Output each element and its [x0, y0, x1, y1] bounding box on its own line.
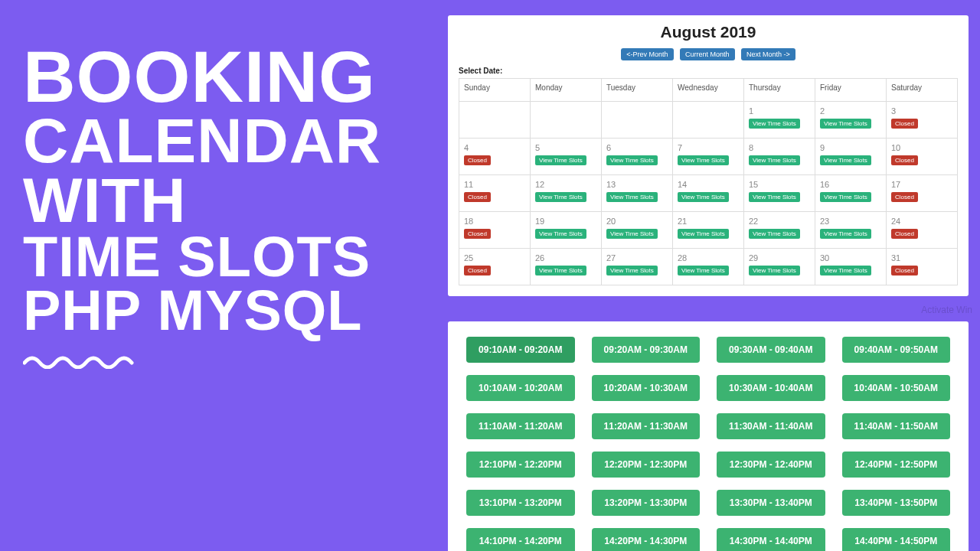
calendar-cell[interactable]: 31Closed	[887, 249, 958, 285]
view-timeslots-badge[interactable]: View Time Slots	[820, 119, 871, 129]
calendar-cell[interactable]: 5View Time Slots	[531, 139, 602, 175]
calendar-cell[interactable]: 21View Time Slots	[673, 212, 744, 249]
view-timeslots-badge[interactable]: View Time Slots	[535, 192, 586, 202]
calendar-cell[interactable]: 18Closed	[459, 212, 531, 249]
select-date-label: Select Date:	[459, 67, 958, 75]
timeslot-button[interactable]: 10:10AM - 10:20AM	[466, 375, 575, 401]
hero-line4: TIME SLOTS	[23, 230, 381, 284]
timeslot-button[interactable]: 14:40PM - 14:50PM	[842, 528, 951, 551]
calendar-cell[interactable]: 1View Time Slots	[744, 102, 815, 139]
timeslot-button[interactable]: 11:40AM - 11:50AM	[842, 413, 951, 439]
view-timeslots-badge[interactable]: View Time Slots	[606, 266, 658, 276]
calendar-cell[interactable]: 2View Time Slots	[815, 102, 887, 139]
calendar-cell[interactable]: 22View Time Slots	[744, 212, 815, 249]
view-timeslots-badge[interactable]: View Time Slots	[678, 155, 729, 165]
calendar-cell[interactable]: 6View Time Slots	[602, 139, 673, 175]
timeslot-button[interactable]: 10:20AM - 10:30AM	[592, 375, 701, 401]
calendar-cell[interactable]: 27View Time Slots	[602, 249, 673, 285]
timeslot-button[interactable]: 12:10PM - 12:20PM	[466, 452, 575, 478]
day-number: 29	[749, 253, 810, 262]
calendar-cell[interactable]: 16View Time Slots	[815, 175, 887, 212]
calendar-cell[interactable]: 3Closed	[887, 102, 958, 139]
calendar-cell[interactable]: 29View Time Slots	[744, 249, 815, 285]
timeslot-button[interactable]: 13:30PM - 13:40PM	[717, 490, 825, 516]
calendar-cell[interactable]: 19View Time Slots	[531, 212, 602, 249]
calendar-cell[interactable]: 17Closed	[887, 175, 958, 212]
calendar-cell[interactable]: 30View Time Slots	[815, 249, 887, 285]
timeslot-button[interactable]: 11:20AM - 11:30AM	[592, 413, 701, 439]
calendar-cell[interactable]: 23View Time Slots	[815, 212, 887, 249]
view-timeslots-badge[interactable]: View Time Slots	[749, 192, 800, 202]
view-timeslots-badge[interactable]: View Time Slots	[535, 155, 586, 165]
day-number: 21	[678, 217, 739, 226]
calendar-cell[interactable]: 25Closed	[459, 249, 531, 285]
view-timeslots-badge[interactable]: View Time Slots	[820, 266, 871, 276]
day-number: 18	[464, 217, 525, 226]
view-timeslots-badge[interactable]: View Time Slots	[820, 155, 871, 165]
calendar-cell[interactable]: 20View Time Slots	[602, 212, 673, 249]
calendar-cell[interactable]: 13View Time Slots	[602, 175, 673, 212]
timeslot-button[interactable]: 12:20PM - 12:30PM	[592, 452, 701, 478]
view-timeslots-badge[interactable]: View Time Slots	[749, 119, 800, 129]
timeslot-button[interactable]: 13:10PM - 13:20PM	[466, 490, 575, 516]
prev-month-button[interactable]: <-Prev Month	[621, 48, 673, 60]
hero-line1: BOOKING	[23, 42, 381, 111]
timeslot-button[interactable]: 14:10PM - 14:20PM	[466, 528, 575, 551]
closed-badge: Closed	[891, 155, 918, 165]
calendar-cell[interactable]: 4Closed	[459, 139, 531, 175]
day-number: 8	[749, 143, 810, 152]
closed-badge: Closed	[891, 119, 918, 129]
view-timeslots-badge[interactable]: View Time Slots	[678, 266, 729, 276]
calendar-cell[interactable]: 28View Time Slots	[673, 249, 744, 285]
calendar-cell	[673, 102, 744, 139]
view-timeslots-badge[interactable]: View Time Slots	[678, 192, 729, 202]
activate-windows-watermark: Activate Win	[921, 305, 972, 315]
calendar-cell[interactable]: 10Closed	[887, 139, 958, 175]
day-header: Thursday	[744, 79, 815, 102]
day-number: 13	[606, 180, 668, 189]
timeslot-button[interactable]: 12:40PM - 12:50PM	[842, 452, 951, 478]
timeslot-button[interactable]: 10:30AM - 10:40AM	[717, 375, 825, 401]
timeslot-button[interactable]: 14:20PM - 14:30PM	[592, 528, 701, 551]
calendar-cell[interactable]: 26View Time Slots	[531, 249, 602, 285]
view-timeslots-badge[interactable]: View Time Slots	[535, 229, 586, 239]
view-timeslots-badge[interactable]: View Time Slots	[820, 229, 871, 239]
calendar-cell[interactable]: 8View Time Slots	[744, 139, 815, 175]
calendar-cell[interactable]: 14View Time Slots	[673, 175, 744, 212]
view-timeslots-badge[interactable]: View Time Slots	[749, 266, 800, 276]
calendar-cell[interactable]: 9View Time Slots	[815, 139, 887, 175]
view-timeslots-badge[interactable]: View Time Slots	[749, 155, 800, 165]
calendar-cell[interactable]: 11Closed	[459, 175, 531, 212]
view-timeslots-badge[interactable]: View Time Slots	[535, 266, 586, 276]
calendar-cell[interactable]: 15View Time Slots	[744, 175, 815, 212]
calendar-cell[interactable]: 24Closed	[887, 212, 958, 249]
view-timeslots-badge[interactable]: View Time Slots	[749, 229, 800, 239]
timeslot-button[interactable]: 10:40AM - 10:50AM	[842, 375, 951, 401]
view-timeslots-badge[interactable]: View Time Slots	[678, 229, 729, 239]
timeslot-button[interactable]: 09:20AM - 09:30AM	[592, 337, 701, 363]
calendar-cell[interactable]: 12View Time Slots	[531, 175, 602, 212]
timeslot-button[interactable]: 09:40AM - 09:50AM	[842, 337, 951, 363]
timeslot-button[interactable]: 11:10AM - 11:20AM	[466, 413, 575, 439]
month-title: August 2019	[459, 23, 958, 41]
view-timeslots-badge[interactable]: View Time Slots	[606, 192, 658, 202]
day-header: Wednesday	[673, 79, 744, 102]
day-number: 9	[820, 143, 881, 152]
timeslot-button[interactable]: 11:30AM - 11:40AM	[717, 413, 825, 439]
closed-badge: Closed	[464, 192, 491, 202]
timeslot-button[interactable]: 12:30PM - 12:40PM	[717, 452, 825, 478]
day-number: 26	[535, 253, 596, 262]
day-number: 27	[606, 253, 668, 262]
timeslot-button[interactable]: 13:40PM - 13:50PM	[842, 490, 951, 516]
next-month-button[interactable]: Next Month ->	[741, 48, 795, 60]
timeslot-button[interactable]: 09:10AM - 09:20AM	[466, 337, 575, 363]
timeslot-button[interactable]: 09:30AM - 09:40AM	[717, 337, 825, 363]
current-month-button[interactable]: Current Month	[680, 48, 735, 60]
view-timeslots-badge[interactable]: View Time Slots	[606, 155, 658, 165]
view-timeslots-badge[interactable]: View Time Slots	[820, 192, 871, 202]
day-number: 6	[606, 143, 668, 152]
calendar-cell[interactable]: 7View Time Slots	[673, 139, 744, 175]
timeslot-button[interactable]: 14:30PM - 14:40PM	[717, 528, 825, 551]
timeslot-button[interactable]: 13:20PM - 13:30PM	[592, 490, 701, 516]
view-timeslots-badge[interactable]: View Time Slots	[606, 229, 658, 239]
